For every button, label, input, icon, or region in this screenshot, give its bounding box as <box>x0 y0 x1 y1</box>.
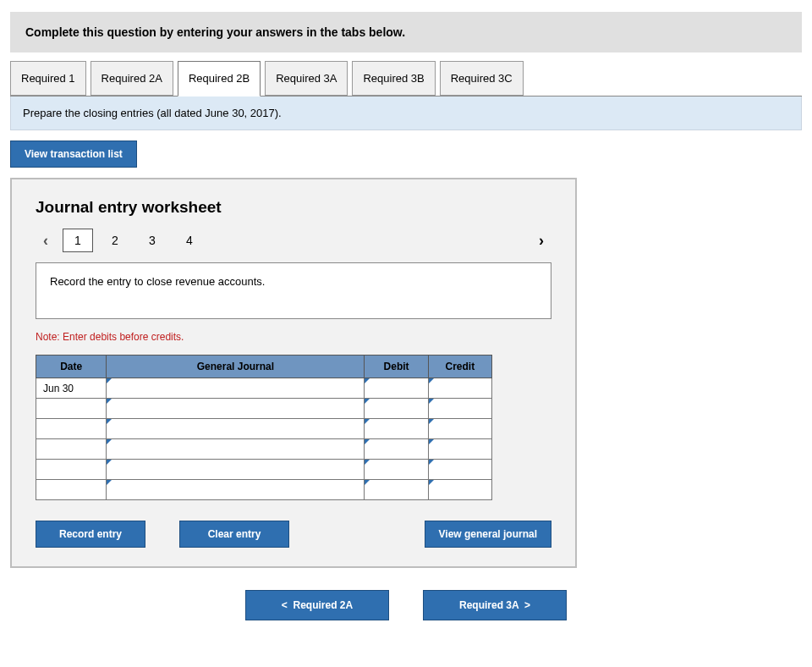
entry-nav: ‹ 1 2 3 4 › <box>36 229 551 252</box>
journal-table: Date General Journal Debit Credit Jun 30 <box>36 355 492 500</box>
col-header-debit: Debit <box>365 356 428 378</box>
cell-date[interactable] <box>36 399 107 419</box>
worksheet-title: Journal entry worksheet <box>36 198 551 217</box>
cell-credit[interactable] <box>428 399 491 419</box>
cell-credit[interactable] <box>428 480 491 500</box>
cell-credit[interactable] <box>428 439 491 460</box>
tab-required-3a[interactable]: Required 3A <box>265 61 348 96</box>
table-row: Jun 30 <box>36 378 492 399</box>
tab-required-3c[interactable]: Required 3C <box>440 61 524 96</box>
instruction-bar: Complete this question by entering your … <box>10 12 802 52</box>
tabs-row: Required 1 Required 2A Required 2B Requi… <box>10 61 802 96</box>
col-header-general-journal: General Journal <box>107 356 365 378</box>
tab-required-3b[interactable]: Required 3B <box>352 61 435 96</box>
table-row <box>36 480 492 500</box>
debits-credits-note: Note: Enter debits before credits. <box>36 331 551 343</box>
entry-prompt-box: Record the entry to close revenue accoun… <box>36 262 551 319</box>
next-tab-label: Required 3A <box>459 599 518 611</box>
cell-debit[interactable] <box>365 378 428 399</box>
cell-date[interactable] <box>36 460 107 480</box>
cell-general-journal[interactable] <box>107 439 365 460</box>
col-header-date: Date <box>36 356 107 378</box>
table-row <box>36 419 492 439</box>
cell-date[interactable] <box>36 439 107 460</box>
entry-step-2[interactable]: 2 <box>100 229 130 252</box>
worksheet-panel: Journal entry worksheet ‹ 1 2 3 4 › Reco… <box>10 178 577 568</box>
cell-general-journal[interactable] <box>107 378 365 399</box>
journal-body: Jun 30 <box>36 378 492 500</box>
cell-debit[interactable] <box>365 399 428 419</box>
next-tab-button[interactable]: Required 3A > <box>423 590 567 620</box>
cell-debit[interactable] <box>365 419 428 439</box>
chevron-left-icon[interactable]: ‹ <box>36 232 56 250</box>
cell-debit[interactable] <box>365 460 428 480</box>
tab-required-1[interactable]: Required 1 <box>10 61 86 96</box>
entry-step-4[interactable]: 4 <box>174 229 205 252</box>
prev-tab-button[interactable]: < Required 2A <box>245 590 389 620</box>
clear-entry-button[interactable]: Clear entry <box>179 521 289 548</box>
cell-credit[interactable] <box>428 378 491 399</box>
bottom-nav: < Required 2A Required 3A > <box>10 590 802 620</box>
cell-debit[interactable] <box>365 480 428 500</box>
col-header-credit: Credit <box>428 356 491 378</box>
cell-general-journal[interactable] <box>107 460 365 480</box>
cell-date[interactable]: Jun 30 <box>36 378 107 399</box>
worksheet-actions: Record entry Clear entry View general jo… <box>36 521 551 548</box>
cell-date[interactable] <box>36 419 107 439</box>
cell-general-journal[interactable] <box>107 480 365 500</box>
cell-debit[interactable] <box>365 439 428 460</box>
entry-prompt-text: Record the entry to close revenue accoun… <box>50 275 265 288</box>
view-transaction-list-button[interactable]: View transaction list <box>10 141 137 168</box>
table-row <box>36 439 492 460</box>
tab-prompt-bar: Prepare the closing entries (all dated J… <box>10 96 802 130</box>
table-row <box>36 460 492 480</box>
tab-prompt-text: Prepare the closing entries (all dated J… <box>23 107 282 119</box>
entry-step-1[interactable]: 1 <box>63 229 93 252</box>
entry-step-3[interactable]: 3 <box>137 229 167 252</box>
record-entry-button[interactable]: Record entry <box>36 521 145 548</box>
chevron-right-icon[interactable]: › <box>531 232 551 250</box>
instruction-text: Complete this question by entering your … <box>25 25 405 39</box>
prev-tab-label: Required 2A <box>294 599 354 611</box>
table-row <box>36 399 492 419</box>
cell-date[interactable] <box>36 480 107 500</box>
cell-general-journal[interactable] <box>107 419 365 439</box>
cell-credit[interactable] <box>428 460 491 480</box>
view-general-journal-button[interactable]: View general journal <box>425 521 551 548</box>
cell-credit[interactable] <box>428 419 491 439</box>
chevron-left-icon: < <box>282 599 288 611</box>
tab-required-2b[interactable]: Required 2B <box>178 61 261 96</box>
tab-required-2a[interactable]: Required 2A <box>91 61 173 96</box>
cell-general-journal[interactable] <box>107 399 365 419</box>
chevron-right-icon: > <box>524 599 530 611</box>
